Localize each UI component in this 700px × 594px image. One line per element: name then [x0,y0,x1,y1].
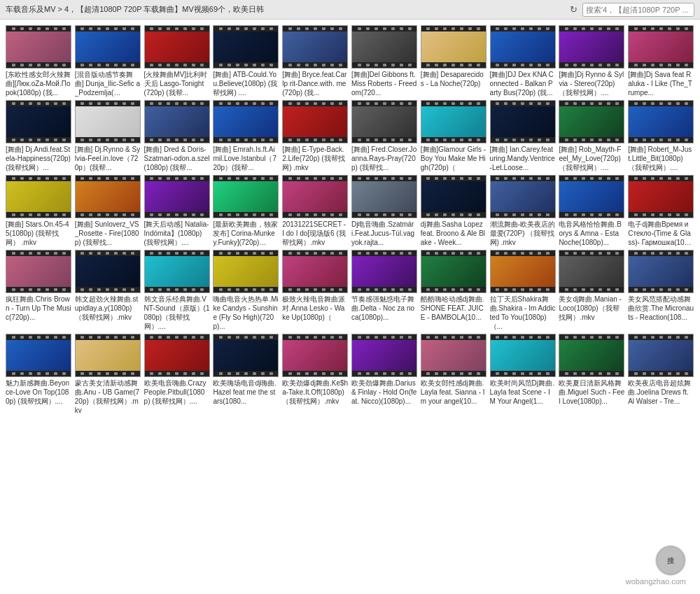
video-item[interactable]: 酷酷嗨哈动感dj舞曲.SHONE FEAT. JUICE - BAMBOLA(1… [421,250,486,331]
video-item[interactable]: 欧美女郎性感dj舞曲.Layla feat. Sianna - Im your … [421,334,486,415]
video-label: 欧美夏日清新风格舞曲.Miguel Such - Feel Love(1080p… [559,379,624,406]
video-item[interactable]: 潮流舞曲-欧美夜店的最爱(720P) （我帮找网) .mkv [490,175,556,247]
video-item[interactable]: 节奏感强魅惑电子舞曲.Delta - Noc za noca(1080p)... [351,250,417,331]
video-thumbnail [75,175,141,218]
video-label: [舞曲] Robert_M-Just.Little_Bit(1080p)（我帮找… [628,145,694,172]
refresh-button[interactable]: ↻ [567,3,580,16]
video-thumbnail [628,334,694,377]
video-thumbnail [421,334,486,377]
watermark-logo: 搜 [655,545,686,576]
video-item[interactable]: [舞曲] Dred & Doris-Szatmari-odon.a.szel(1… [144,100,210,172]
video-thumbnail [490,175,556,218]
video-item[interactable]: [舞曲] E-Type-Back.2.Life(720p) (我帮找网) .mk… [282,100,348,172]
video-item[interactable]: 极致火辣电音舞曲派对.Anna Lesko - Wake Up(1080p)（ [282,250,348,331]
video-label: Dj电音嗨曲.Szatmári.Feat.Jucus-Túl.vagyok.ra… [351,220,417,247]
video-item[interactable]: [最新欧美舞曲，独家发布] Corina-Munkey.Funky](720p)… [213,175,279,247]
video-label: [舞曲]DJ Dex KNA Connected - Balkan Party … [490,70,556,97]
video-label: 欧美嗨场电音dj嗨曲.Hazel feat me the stars(1080.… [213,379,279,406]
video-label: 20131221SECRET - I do I do[现场版6 (我帮找网）.m… [282,220,348,247]
video-item[interactable]: 韩文超劲火辣舞曲.stupidlay.a.y(1080p)（我帮找网）.mkv [75,250,141,331]
video-item[interactable]: [东欧性感女郎火辣舞曲][Люк.оZa-Мой.Пороk(1080p) (我… [6,25,71,97]
video-label: 酷酷嗨哈动感dj舞曲.SHONE FEAT. JUICE - BAMBOLA(1… [421,295,486,322]
video-label: [舞曲] Rob_Mayth-Feel_My_Love(720p)（我帮找网）.… [559,145,624,172]
video-item[interactable]: 嗨曲电音火热热单.Mike Candys - Sunshine (Fly So … [213,250,279,331]
video-item[interactable]: [舞曲]Del Gibbons ft. Miss Roberts - Freed… [351,25,417,97]
video-label: 美女dj舞曲.Manian - Loco(1080p)（我帮找网）.mkv [559,295,624,322]
video-item[interactable]: 电子dj舞曲Время и Стекло-(Time & Glass)- Гар… [628,175,694,247]
video-thumbnail [490,334,556,377]
video-thumbnail [351,175,417,218]
video-item[interactable]: [舞曲] ATB-Could.You.Believe(1080p) (我帮找网)… [213,25,279,97]
watermark-domain: wobangzhao.com [626,577,686,586]
video-label: [舞曲] Fred.Closer.Joanna.Rays-Pray(720p) … [351,145,417,172]
video-item[interactable]: [舞曲] Sunloverz_VS_Rosette - Fire(1080p) … [75,175,141,247]
video-item[interactable]: 蒙古美女清新动感舞曲.Anu - UB Game(720p)（我帮找网）.mkv [75,334,141,415]
video-label: [最新欧美舞曲，独家发布] Corina-Munkey.Funky](720p)… [213,220,279,247]
video-item[interactable]: [舞曲] Stars.On.45-45(1080p) (我帮找网） .mkv [6,175,71,247]
video-thumbnail [559,334,624,377]
video-item[interactable]: [舞曲]Glamour Girls - Boy You Make Me High… [421,100,486,172]
video-thumbnail [282,334,348,377]
video-thumbnail [144,175,210,218]
video-item[interactable]: [舞曲] Ian.Carey.featuring.Mandy.Ventrice-… [490,100,556,172]
video-label: 韩文超劲火辣舞曲.stupidlay.a.y(1080p)（我帮找网）.mkv [75,295,141,322]
video-item[interactable]: [舞曲]DJ Dex KNA Connected - Balkan Party … [490,25,556,97]
video-item[interactable]: [舞曲] Emrah.Is.ft.Aimil.Love.Istanbul（720… [213,100,279,172]
video-item[interactable]: [舞曲] Dj.Rynno & Sylvia-Feel.in.love（720p… [75,100,141,172]
video-thumbnail [628,175,694,218]
video-thumbnail [144,334,210,377]
video-item[interactable]: 欧美电音嗨曲.Crazy People.Pitbull(1080p) (我帮找网… [144,334,210,415]
video-item[interactable]: 欧美嗨场电音dj嗨曲.Hazel feat me the stars(1080.… [213,334,279,415]
video-label: [舞曲] Stars.On.45-45(1080p) (我帮找网） .mkv [6,220,71,247]
video-item[interactable]: 欧美劲爆dj舞曲.Ke$ha-Take.It.Off(1080p)（我帮找网）.… [282,334,348,415]
video-item[interactable]: [舞曲] Dj.Andi.feat.Stela-Happiness(720p) … [6,100,71,172]
video-item[interactable]: [舞曲]Dj Sava feat Raluka - I Like (The_Tr… [628,25,694,97]
video-label: [舞曲] Dj.Andi.feat.Stela-Happiness(720p) … [6,145,71,172]
content-area: [东欧性感女郎火辣舞曲][Люк.оZa-Мой.Пороk(1080p) (我… [0,20,700,594]
video-thumbnail [213,250,279,293]
video-label: 节奏感强魅惑电子舞曲.Delta - Noc za noca(1080p)... [351,295,417,322]
video-label: [舞曲] Dred & Doris-Szatmari-odon.a.szel(1… [144,145,210,172]
video-label: [火辣舞曲MV]比利时天后 Lasgo-Tonight(720p) (我帮... [144,70,210,97]
video-item[interactable]: 美女dj舞曲.Manian - Loco(1080p)（我帮找网）.mkv [559,250,624,331]
video-label: dj舞曲.Sasha Lopez feat. Broono & Ale Blak… [421,220,486,247]
video-thumbnail [213,334,279,377]
video-item[interactable]: [舞曲] Robert_M-Just.Little_Bit(1080p)（我帮找… [628,100,694,172]
video-label: [舞天后动感] Natalia-Indómita】(1080p) (我帮找网）.… [144,220,210,247]
video-item[interactable]: 20131221SECRET - I do I do[现场版6 (我帮找网）.m… [282,175,348,247]
video-item[interactable]: [舞曲] Rob_Mayth-Feel_My_Love(720p)（我帮找网）.… [559,100,624,172]
video-item[interactable]: 疯狂舞曲.Chris Brown - Turn Up The Music(720… [6,250,71,331]
video-thumbnail [282,175,348,218]
search-bar[interactable] [582,3,694,17]
video-item[interactable]: [火辣舞曲MV]比利时天后 Lasgo-Tonight(720p) (我帮... [144,25,210,97]
video-item[interactable]: 欧美劲爆舞曲.Darius & Finlay - Hold On(feat. N… [351,334,417,415]
video-item[interactable]: [舞天后动感] Natalia-Indómita】(1080p) (我帮找网）.… [144,175,210,247]
video-thumbnail [559,100,624,143]
video-item[interactable]: 欧美夜店电音超炫舞曲.Joelina Drews ft. Al Walser -… [628,334,694,415]
video-item[interactable]: 美女风范搭配动感舞曲欣赏.The Micronauts - Reaction(1… [628,250,694,331]
video-label: 欧美夜店电音超炫舞曲.Joelina Drews ft. Al Walser -… [628,379,694,406]
video-item[interactable]: dj舞曲.Sasha Lopez feat. Broono & Ale Blak… [421,175,486,247]
video-thumbnail [351,100,417,143]
video-item[interactable]: [舞曲] Fred.Closer.Joanna.Rays-Pray(720p) … [351,100,417,172]
video-item[interactable]: Dj电音嗨曲.Szatmári.Feat.Jucus-Túl.vagyok.ra… [351,175,417,247]
video-thumbnail [6,100,71,143]
video-item[interactable]: [舞曲]Dj Rynno & Sylvia - Stereo(720p)（我帮找… [559,25,624,97]
video-thumbnail [490,25,556,69]
video-item[interactable]: [舞曲] Bryce.feat.Carlp rit-Dance.with. me… [282,25,348,97]
video-label: [舞曲] Desaparecidos - La Noche(720p) [421,70,486,88]
video-label: 嗨曲电音火热热单.Mike Candys - Sunshine (Fly So … [213,295,279,331]
video-label: [舞曲] Dj.Rynno & Sylvia-Feel.in.love（720p… [75,145,141,172]
video-thumbnail [144,25,210,69]
video-item[interactable]: 电音风格恰恰舞曲.Borys & Amna - Esta Noche(1080p… [559,175,624,247]
video-item[interactable]: 魅力新感舞曲.Beyonce-Love On Top(1080p) (我帮找网）… [6,334,71,415]
video-item[interactable]: 欧美夏日清新风格舞曲.Miguel Such - Feel Love(1080p… [559,334,624,415]
video-thumbnail [351,250,417,293]
video-item[interactable]: 拉丁天后Shakira舞曲.Shakira - Im Addicted To Y… [490,250,556,331]
svg-text:搜: 搜 [666,557,675,565]
video-item[interactable]: [混音版动感节奏舞曲] Dunja_Ilic-Sefic a_Podzemlja… [75,25,141,97]
video-item[interactable]: 韩文音乐经典舞曲.VNT-Sound（原版）(1080p)（我帮找网）.... [144,250,210,331]
video-item[interactable]: 欧美时尚风范Dj舞曲.Layla feat Scene - I M Your A… [490,334,556,415]
search-input[interactable] [586,6,691,14]
video-item[interactable]: [舞曲] Desaparecidos - La Noche(720p) [421,25,486,97]
